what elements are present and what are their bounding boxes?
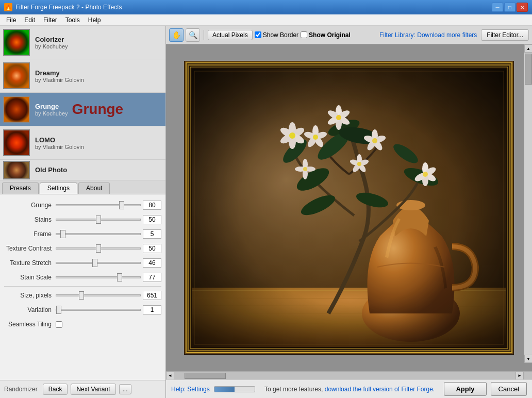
slider-grunge[interactable] (56, 204, 141, 206)
filter-name-dreamy: Dreamy (35, 69, 84, 77)
label-stains: Stains (4, 216, 56, 223)
label-stain-scale: Stain Scale (4, 274, 56, 281)
slider-size[interactable] (56, 294, 141, 296)
title-bar: 🔥 Filter Forge Freepack 2 - Photo Effect… (0, 0, 532, 14)
scroll-corner (524, 372, 532, 380)
preview-svg (184, 61, 514, 355)
setting-row-stain-scale: Stain Scale (4, 272, 161, 283)
progress-fill (214, 387, 235, 392)
value-stains[interactable] (143, 215, 161, 224)
checkbox-seamless[interactable] (56, 321, 62, 328)
scroll-track-v (524, 53, 532, 355)
menu-tools[interactable]: Tools (61, 14, 84, 25)
slider-texture-contrast[interactable] (56, 247, 141, 250)
filter-thumb-dreamy (3, 62, 30, 89)
filter-author-grunge: by Kochubey (35, 110, 68, 117)
slider-variation[interactable] (56, 309, 141, 311)
label-grunge: Grunge (4, 202, 56, 209)
tab-settings[interactable]: Settings (40, 183, 77, 194)
show-border-check[interactable]: Show Border (255, 31, 298, 39)
filter-editor-button[interactable]: Filter Editor... (481, 29, 529, 41)
zoom-tool-button[interactable]: 🔍 (186, 28, 200, 42)
show-original-check[interactable]: Show Original (301, 31, 351, 39)
value-texture-stretch[interactable] (143, 258, 161, 268)
setting-row-frame: Frame (4, 228, 161, 240)
status-bar: Help: Settings To get more features, dow… (166, 379, 532, 398)
scroll-right-arrow[interactable]: ► (516, 372, 524, 380)
tab-presets[interactable]: Presets (2, 183, 39, 194)
menu-help[interactable]: Help (84, 14, 105, 25)
pan-tool-button[interactable]: ✋ (169, 28, 184, 42)
filter-name-colorizer: Colorizer (35, 36, 68, 43)
value-stain-scale[interactable] (143, 273, 161, 282)
help-link[interactable]: Help: Settings (171, 386, 210, 393)
slider-stain-scale[interactable] (56, 276, 141, 278)
left-panel: Colorizer by Kochubey Dreamy by Vladimir… (0, 26, 166, 398)
filter-thumb-colorizer (3, 29, 30, 56)
show-original-label: Show Original (309, 31, 351, 39)
cancel-button[interactable]: Cancel (491, 382, 527, 396)
menu-edit[interactable]: Edit (20, 14, 39, 25)
filter-item-lomo[interactable]: LOMO by Vladimir Golovin (0, 126, 165, 160)
scroll-down-arrow[interactable]: ▼ (524, 355, 532, 363)
label-variation: Variation (4, 306, 56, 313)
slider-stains[interactable] (56, 219, 141, 221)
label-frame: Frame (4, 230, 56, 238)
actual-pixels-button[interactable]: Actual Pixels (208, 30, 253, 40)
main-layout: Colorizer by Kochubey Dreamy by Vladimir… (0, 26, 532, 398)
filter-list[interactable]: Colorizer by Kochubey Dreamy by Vladimir… (0, 26, 165, 180)
menu-file[interactable]: File (2, 14, 20, 25)
randomizer-row: Randomizer Back Next Variant ... (0, 380, 165, 398)
scroll-thumb-h[interactable] (185, 373, 226, 379)
slider-frame[interactable] (56, 233, 141, 235)
preview-canvas (166, 44, 532, 371)
maximize-button[interactable]: □ (504, 3, 516, 12)
back-button[interactable]: Back (43, 384, 68, 395)
tab-about[interactable]: About (78, 183, 110, 194)
minimize-button[interactable]: ─ (492, 3, 503, 12)
close-button[interactable]: ✕ (517, 3, 528, 12)
value-frame[interactable] (143, 229, 161, 239)
status-text: To get more features, (264, 386, 323, 393)
filter-author-lomo: by Vladimir Golovin (35, 144, 84, 150)
label-seamless: Seamless Tiling (4, 321, 56, 328)
apply-button[interactable]: Apply (444, 382, 486, 396)
scroll-vertical[interactable]: ▲ ▼ (524, 44, 532, 363)
value-texture-contrast[interactable] (143, 244, 161, 253)
svg-rect-71 (192, 69, 506, 347)
scroll-thumb-v[interactable] (525, 54, 532, 85)
value-variation[interactable] (143, 305, 161, 314)
value-grunge[interactable] (143, 201, 161, 210)
more-button[interactable]: ... (119, 384, 131, 394)
setting-row-grunge: Grunge (4, 200, 161, 211)
filter-thumb-grunge (3, 96, 30, 123)
preview-area[interactable]: ▲ ▼ (166, 44, 532, 371)
progress-bar (214, 386, 255, 392)
next-variant-button[interactable]: Next Variant (71, 384, 115, 395)
show-original-checkbox[interactable] (301, 31, 307, 38)
filter-item-colorizer[interactable]: Colorizer by Kochubey (0, 26, 165, 59)
scroll-track-h (174, 372, 516, 380)
filter-library-link[interactable]: Filter Library: Download more filters (379, 31, 477, 39)
setting-row-variation: Variation (4, 304, 161, 316)
status-download-link[interactable]: download the full version of Filter Forg… (325, 386, 435, 393)
window-title: Filter Forge Freepack 2 - Photo Effects (15, 4, 122, 11)
menu-bar: File Edit Filter Tools Help (0, 14, 532, 26)
filter-item-oldphoto[interactable]: Old Photo (0, 160, 165, 180)
scroll-left-arrow[interactable]: ◄ (166, 372, 174, 380)
show-border-checkbox[interactable] (255, 31, 261, 38)
toolbar: ✋ 🔍 Actual Pixels Show Border Show Origi… (166, 26, 532, 44)
filter-item-grunge[interactable]: Grunge by Kochubey Grunge (0, 93, 165, 126)
status-message: To get more features, download the full … (259, 386, 440, 393)
scroll-up-arrow[interactable]: ▲ (524, 44, 532, 53)
setting-row-size: Size, pixels (4, 290, 161, 301)
filter-name-oldphoto: Old Photo (35, 166, 67, 174)
value-size[interactable] (143, 291, 161, 300)
filter-item-dreamy[interactable]: Dreamy by Vladimir Golovin (0, 59, 165, 93)
menu-filter[interactable]: Filter (39, 14, 61, 25)
label-size: Size, pixels (4, 292, 56, 299)
setting-row-texture-contrast: Texture Contrast (4, 243, 161, 254)
slider-texture-stretch[interactable] (56, 262, 141, 264)
tabs-row: Presets Settings About (0, 180, 165, 194)
app-icon: 🔥 (4, 3, 12, 11)
